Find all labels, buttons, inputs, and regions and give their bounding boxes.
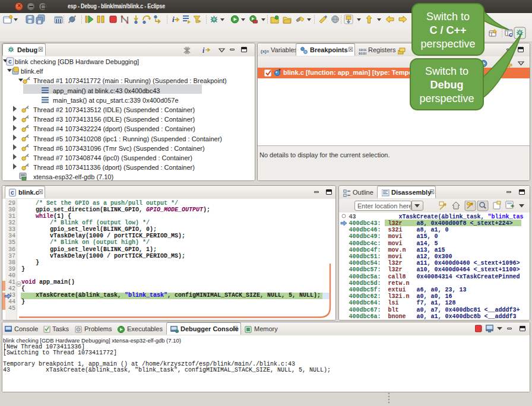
svg-text:c: c [11,189,14,196]
